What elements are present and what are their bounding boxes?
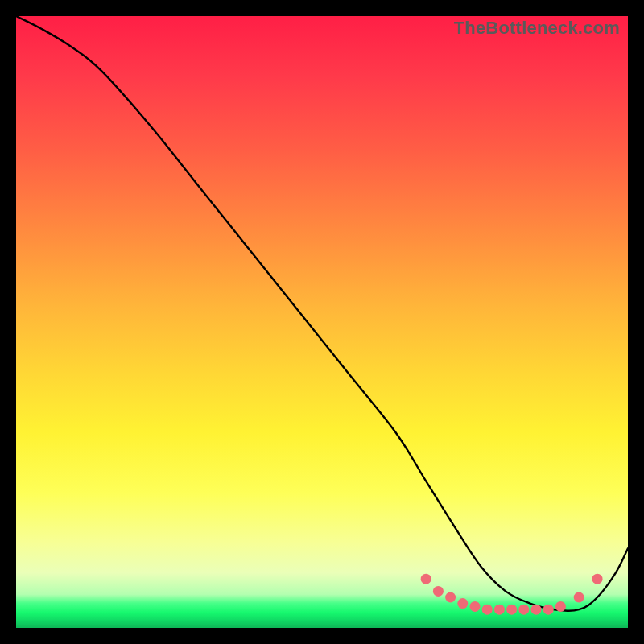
- marker-dot: [433, 586, 444, 597]
- marker-dot: [592, 574, 603, 584]
- marker-dot: [421, 574, 431, 584]
- marker-dot: [555, 601, 566, 612]
- marker-dot: [470, 601, 481, 612]
- marker-dot: [518, 605, 529, 615]
- marker-dot: [531, 605, 542, 615]
- bottleneck-curve: [16, 16, 628, 611]
- chart-frame: TheBottleneck.com: [0, 0, 644, 644]
- plot-area: TheBottleneck.com: [16, 16, 628, 628]
- marker-dot: [457, 598, 468, 609]
- marker-dot: [445, 592, 456, 603]
- curve-layer: [16, 16, 628, 628]
- marker-dot: [482, 605, 493, 615]
- marker-dot: [543, 605, 554, 615]
- marker-dot: [574, 592, 584, 603]
- marker-dot: [506, 605, 517, 615]
- marker-dot: [494, 605, 505, 615]
